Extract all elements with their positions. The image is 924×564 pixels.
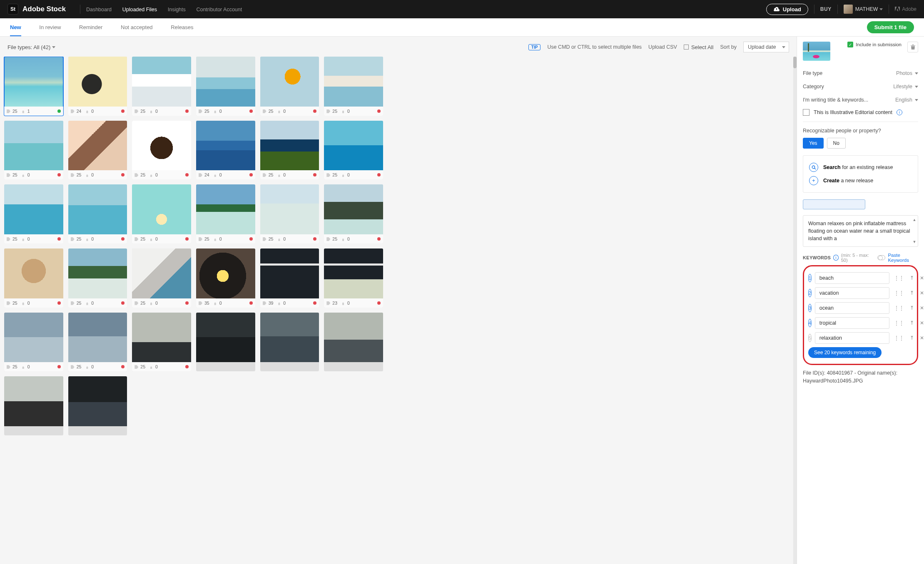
asset-thumbnail[interactable]: 250 bbox=[196, 57, 255, 116]
asset-thumbnail[interactable]: 240 bbox=[196, 121, 255, 180]
include-in-submission[interactable]: ✓ Include in submission bbox=[847, 42, 902, 47]
asset-thumbnail[interactable]: 250 bbox=[68, 184, 127, 243]
file-type-filter[interactable]: File types: All (42) bbox=[7, 44, 55, 50]
asset-thumbnail[interactable]: 250 bbox=[4, 121, 63, 180]
nav-contributor-account[interactable]: Contributor Account bbox=[196, 7, 242, 12]
remove-keyword-icon[interactable]: ✕ bbox=[919, 305, 924, 311]
asset-thumbnail[interactable] bbox=[324, 313, 383, 372]
asset-thumbnail[interactable]: 250 bbox=[4, 184, 63, 243]
tab-in-review[interactable]: In review bbox=[39, 24, 61, 35]
info-icon[interactable]: i bbox=[897, 109, 902, 115]
scrollbar[interactable] bbox=[793, 57, 797, 564]
keyword-input[interactable] bbox=[815, 302, 889, 314]
file-type-field[interactable]: File type Photos bbox=[803, 67, 918, 80]
scrollbar-thumb[interactable] bbox=[793, 57, 797, 68]
asset-thumbnail[interactable]: 250 bbox=[68, 313, 127, 372]
asset-thumbnail[interactable] bbox=[196, 313, 255, 372]
upload-csv-link[interactable]: Upload CSV bbox=[648, 44, 677, 50]
keyword-input[interactable] bbox=[815, 287, 889, 299]
tab-new[interactable]: New bbox=[10, 24, 21, 36]
paste-keywords-link[interactable]: Paste Keywords bbox=[888, 253, 918, 263]
asset-thumbnail[interactable]: 250 bbox=[324, 57, 383, 116]
yes-button[interactable]: Yes bbox=[803, 138, 824, 149]
drag-handle-icon[interactable]: ⋮⋮ bbox=[893, 275, 905, 281]
asset-thumbnail[interactable]: 250 bbox=[260, 184, 319, 243]
remove-keyword-icon[interactable]: ✕ bbox=[919, 275, 924, 281]
asset-thumbnail[interactable]: 250 bbox=[132, 121, 191, 180]
delete-button[interactable] bbox=[907, 42, 918, 52]
create-release[interactable]: + Create a new release bbox=[809, 174, 912, 187]
asset-thumbnail[interactable]: 390 bbox=[260, 248, 319, 308]
category-field[interactable]: Category Lifestyle bbox=[803, 80, 918, 93]
nav-dashboard[interactable]: Dashboard bbox=[86, 7, 112, 12]
tab-not-accepted[interactable]: Not accepted bbox=[121, 24, 153, 35]
move-top-icon[interactable]: ⤒ bbox=[909, 275, 915, 281]
move-top-icon[interactable]: ⤒ bbox=[909, 320, 915, 326]
user-menu[interactable]: MATHEW bbox=[844, 5, 883, 14]
asset-thumbnail[interactable]: 250 bbox=[132, 57, 191, 116]
asset-thumbnail[interactable]: 240 bbox=[68, 57, 127, 116]
asset-thumbnail[interactable]: 250 bbox=[68, 121, 127, 180]
submit-button[interactable]: Submit 1 file bbox=[867, 21, 914, 33]
asset-thumbnail[interactable]: 350 bbox=[196, 248, 255, 308]
search-release[interactable]: Search for an existing release bbox=[809, 161, 912, 174]
asset-thumbnail[interactable] bbox=[4, 376, 63, 435]
move-top-icon[interactable]: ⤒ bbox=[909, 290, 915, 296]
asset-thumbnail[interactable]: 250 bbox=[68, 248, 127, 308]
no-button[interactable]: No bbox=[827, 138, 846, 149]
keyword-input[interactable] bbox=[815, 332, 889, 344]
remove-keyword-icon[interactable]: ✕ bbox=[919, 320, 924, 326]
move-top-icon[interactable]: ⤒ bbox=[909, 335, 915, 341]
asset-thumbnail[interactable]: 251 bbox=[4, 57, 63, 116]
tip-text: Use CMD or CTRL to select multiple files bbox=[547, 44, 642, 50]
editorial-checkbox[interactable] bbox=[803, 109, 809, 116]
move-top-icon[interactable]: ⤒ bbox=[909, 305, 915, 311]
asset-thumbnail[interactable]: 250 bbox=[196, 184, 255, 243]
title-description[interactable]: Woman relaxes on pink inflatable mattres… bbox=[803, 215, 918, 247]
nav-insights[interactable]: Insights bbox=[168, 7, 186, 12]
asset-thumbnail[interactable]: 230 bbox=[324, 248, 383, 308]
drag-handle-icon[interactable]: ⋮⋮ bbox=[893, 335, 905, 341]
keyword-input[interactable] bbox=[815, 272, 889, 284]
asset-thumbnail[interactable]: 250 bbox=[324, 121, 383, 180]
adobe-brand-link[interactable]: Adobe bbox=[895, 6, 917, 12]
asset-thumbnail[interactable]: 250 bbox=[260, 57, 319, 116]
info-icon[interactable]: i bbox=[833, 255, 838, 261]
asset-thumbnail[interactable]: 250 bbox=[324, 184, 383, 243]
remove-keyword-icon[interactable]: ✕ bbox=[919, 290, 924, 296]
thumbnail-image bbox=[196, 184, 255, 234]
auto-keyword-toggle[interactable] bbox=[877, 255, 885, 260]
remove-keyword-icon[interactable]: ✕ bbox=[919, 335, 924, 341]
upload-button[interactable]: Upload bbox=[766, 4, 808, 15]
asset-thumbnail[interactable] bbox=[68, 376, 127, 435]
asset-thumbnail[interactable]: 250 bbox=[4, 248, 63, 308]
asset-thumbnail[interactable]: 250 bbox=[132, 313, 191, 372]
thumbnail-meta: 250 bbox=[132, 170, 191, 179]
sort-dropdown[interactable]: Upload date bbox=[743, 42, 789, 52]
thumbnail-image bbox=[324, 248, 383, 298]
textarea-scroll[interactable]: ▲▼ bbox=[912, 217, 917, 245]
thumbnail-meta: 250 bbox=[324, 107, 383, 116]
asset-thumbnail[interactable]: 250 bbox=[4, 313, 63, 372]
select-all[interactable]: Select All bbox=[684, 44, 713, 50]
asset-thumbnail[interactable]: 250 bbox=[260, 121, 319, 180]
asset-thumbnail[interactable] bbox=[260, 313, 319, 372]
thumbnail-image bbox=[132, 184, 191, 234]
keyword-input[interactable] bbox=[815, 317, 889, 329]
drag-handle-icon[interactable]: ⋮⋮ bbox=[893, 290, 905, 296]
drag-handle-icon[interactable]: ⋮⋮ bbox=[893, 305, 905, 311]
tab-reminder[interactable]: Reminder bbox=[79, 24, 102, 35]
asset-thumbnail[interactable]: 250 bbox=[132, 184, 191, 243]
lookup-input[interactable] bbox=[803, 199, 865, 209]
nav-uploaded-files[interactable]: Uploaded Files bbox=[122, 7, 157, 12]
divider bbox=[889, 5, 889, 14]
tag-count: 25 bbox=[140, 301, 145, 306]
buy-link[interactable]: BUY bbox=[820, 6, 832, 12]
see-more-keywords[interactable]: See 20 keywords remaining bbox=[808, 347, 882, 358]
tab-releases[interactable]: Releases bbox=[171, 24, 193, 35]
grid-scroll[interactable]: 2512402502502502502502502502402502502502… bbox=[0, 57, 797, 564]
drag-handle-icon[interactable]: ⋮⋮ bbox=[893, 320, 905, 326]
asset-thumbnail[interactable]: 250 bbox=[132, 248, 191, 308]
language-field[interactable]: I'm writing title & keywords... English bbox=[803, 93, 918, 107]
plus-icon: + bbox=[809, 176, 818, 185]
